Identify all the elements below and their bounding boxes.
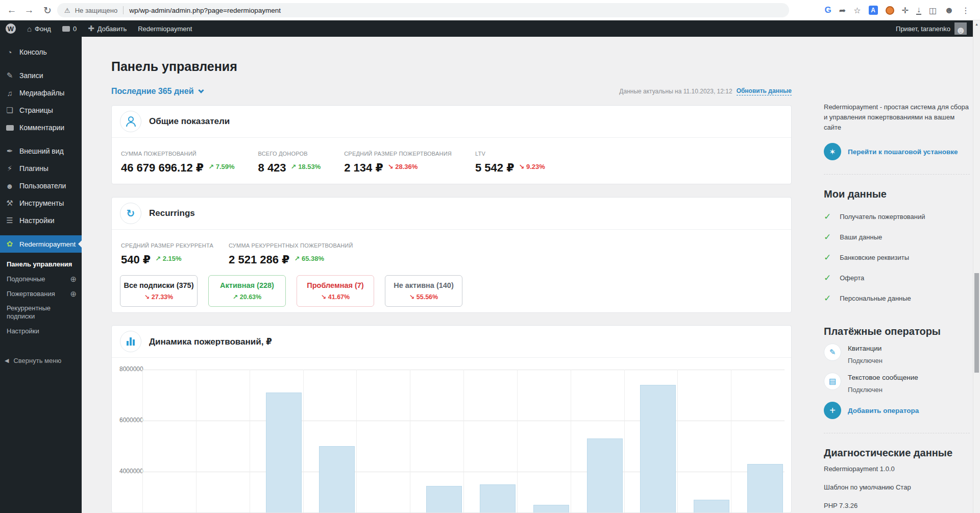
stat-block: LTV 5 542 ₽↘ 9.23% xyxy=(475,151,545,175)
sidebar-item-comments[interactable]: Комментарии xyxy=(0,119,82,136)
reload-icon[interactable]: ↻ xyxy=(40,0,55,20)
checklist-label: Получатель пожертвований xyxy=(840,213,925,221)
new-content-link[interactable]: ✚ Добавить xyxy=(82,20,132,37)
share-icon[interactable]: ➦ xyxy=(839,6,846,15)
plugin-submenu: Панель управления Подопечные ⊕ Пожертвов… xyxy=(0,253,82,340)
site-link[interactable]: ⌂ Фонд xyxy=(21,20,57,37)
checklist-item[interactable]: ✓ Ваши данные xyxy=(824,227,970,247)
google-icon[interactable]: G xyxy=(825,5,831,15)
checklist-item[interactable]: ✓ Получатель пожертвований xyxy=(824,206,970,227)
sidebar-item-tools[interactable]: ⚒ Инструменты xyxy=(0,194,82,212)
circle-plus-icon[interactable]: ⊕ xyxy=(70,275,77,283)
wp-logo-menu[interactable]: W xyxy=(0,20,21,37)
menu-kebab-icon[interactable]: ⋮ xyxy=(962,6,970,15)
submenu-item-recurring[interactable]: Рекуррентные подписки xyxy=(0,301,66,324)
chart-bar[interactable] xyxy=(319,446,355,513)
chart-bar[interactable] xyxy=(426,486,462,513)
adminbar-plugin-link[interactable]: Redermiopayment xyxy=(132,20,198,37)
collapse-menu-button[interactable]: ◀ Свернуть меню xyxy=(0,352,82,369)
profile-icon[interactable]: ☻ xyxy=(944,5,954,16)
sidebar-item-posts[interactable]: ✎ Записи xyxy=(0,67,82,84)
wordpress-logo-icon[interactable]: W xyxy=(6,23,16,34)
sidebar-item-appearance[interactable]: ✒ Внешний вид xyxy=(0,142,82,160)
sidebar-item-media[interactable]: ♫ Медиафайлы xyxy=(0,84,82,102)
stat-block: ВСЕГО ДОНОРОВ 8 423↗ 18.53% xyxy=(258,151,321,175)
forward-icon[interactable]: → xyxy=(21,0,37,20)
greeting-text: Привет, taranenko xyxy=(896,25,950,33)
setup-wizard-link[interactable]: ✶ Перейти к пошаговой установке xyxy=(824,143,970,160)
url-text[interactable]: wp/wp-admin/admin.php?page=redermiopayme… xyxy=(129,7,281,14)
y-axis-label: 6000000 xyxy=(119,417,141,424)
refresh-data-link[interactable]: Обновить данные xyxy=(737,87,792,95)
filter-delta: ↘ 27.33% xyxy=(144,293,173,301)
operator-name: Квитанции xyxy=(848,344,883,352)
filter-active-button[interactable]: Активная (228) ↗ 20.63% xyxy=(208,275,286,307)
chart-bar[interactable] xyxy=(640,385,676,513)
diagnostics-heading: Диагностические данные xyxy=(824,447,970,459)
stat-value: 8 423 xyxy=(258,161,286,174)
up-arrow-icon: ↗ xyxy=(294,255,300,262)
submenu-item-plugin-settings[interactable]: Настройки xyxy=(0,324,82,338)
chart-gridline xyxy=(410,370,410,513)
back-icon[interactable]: ← xyxy=(4,0,19,20)
chart-title: Динамика пожертвований, ₽ xyxy=(149,336,272,347)
media-icon: ♫ xyxy=(5,89,15,97)
checklist-item[interactable]: ✓ Банковские реквизиты xyxy=(824,247,970,267)
up-arrow-icon: ↗ xyxy=(155,255,161,262)
sidebar-item-settings[interactable]: ☰ Настройки xyxy=(0,212,82,229)
my-account-menu[interactable]: Привет, taranenko ☻ xyxy=(896,22,980,35)
page-scrollbar[interactable]: ▲ xyxy=(973,20,980,513)
add-operator-button[interactable]: + Добавить оператора xyxy=(824,402,970,419)
chart-gridline xyxy=(356,370,357,513)
chart-bar[interactable] xyxy=(587,438,623,513)
sidebar-item-label: Записи xyxy=(19,71,43,80)
chart-bar[interactable] xyxy=(480,484,516,513)
sidebar-item-users[interactable]: ☻ Пользователи xyxy=(0,177,82,194)
stat-delta: ↗ 2.15% xyxy=(155,255,181,262)
scrollbar-thumb[interactable] xyxy=(974,273,979,373)
y-axis-label: 8000000 xyxy=(119,365,141,373)
chart-bar[interactable] xyxy=(747,464,783,513)
check-icon: ✓ xyxy=(824,293,831,304)
address-bar[interactable]: ⚠ Не защищено wp/wp-admin/admin.php?page… xyxy=(57,3,789,17)
operator-item[interactable]: ▤ Текстовое сообщение Подключен xyxy=(824,373,970,394)
scrollbar-up-arrow[interactable]: ▲ xyxy=(973,20,980,28)
chart-bar[interactable] xyxy=(266,393,302,513)
downloads-icon[interactable]: ↓ xyxy=(916,6,921,15)
pages-icon: ❏ xyxy=(5,106,15,115)
sidebar-item-pages[interactable]: ❏ Страницы xyxy=(0,102,82,119)
browser-toolbar: ← → ↻ ⚠ Не защищено wp/wp-admin/admin.ph… xyxy=(0,0,980,20)
stat-label: ВСЕГО ДОНОРОВ xyxy=(258,151,321,157)
filter-all-subscriptions-button[interactable]: Все подписки (375) ↘ 27.33% xyxy=(120,275,198,307)
circle-plus-icon[interactable]: ⊕ xyxy=(70,290,77,298)
submenu-item-wards[interactable]: Подопечные ⊕ xyxy=(0,272,82,286)
plus-circle-icon: + xyxy=(824,402,841,419)
translate-icon[interactable]: A xyxy=(869,6,878,15)
checklist-item[interactable]: ✓ Оферта xyxy=(824,267,970,288)
sidebar-item-dashboard[interactable]: ◔ Консоль xyxy=(0,43,82,61)
submenu-item-donations[interactable]: Пожертвования ⊕ xyxy=(0,286,82,301)
security-warning-icon[interactable]: ⚠ xyxy=(64,7,70,14)
collapse-arrow-icon: ◀ xyxy=(5,357,9,364)
period-selector[interactable]: Последние 365 дней xyxy=(111,87,203,96)
side-panel-icon[interactable]: ◫ xyxy=(929,6,937,15)
sidebar-item-plugins[interactable]: ⚡ Плагины xyxy=(0,160,82,177)
chart-bar[interactable] xyxy=(694,500,729,513)
checklist-item[interactable]: ✓ Персональные данные xyxy=(824,288,970,308)
operator-item[interactable]: ✎ Квитанции Подключен xyxy=(824,344,970,364)
filter-label: Не активна (140) xyxy=(394,281,454,289)
filter-problem-button[interactable]: Проблемная (7) ↘ 41.67% xyxy=(297,275,374,307)
puzzle-extensions-icon[interactable]: ✛ xyxy=(902,6,909,15)
filter-inactive-button[interactable]: Не активна (140) ↘ 55.56% xyxy=(385,275,462,307)
submenu-item-dashboard[interactable]: Панель управления xyxy=(0,257,82,272)
bookmark-star-icon[interactable]: ☆ xyxy=(853,6,861,15)
operator-status: Подключен xyxy=(848,357,883,364)
extension-icon[interactable] xyxy=(886,6,894,15)
stat-block: СРЕДНИЙ РАЗМЕР РЕКУРРЕНТА 540 ₽↗ 2.15% xyxy=(121,242,213,266)
comments-link[interactable]: 0 xyxy=(57,20,82,37)
menu-separator xyxy=(0,61,82,67)
stat-label: СРЕДНИЙ РАЗМЕР РЕКУРРЕНТА xyxy=(121,242,213,249)
sidebar-item-redermiopayment[interactable]: ✿ Redermiopayment xyxy=(0,235,82,253)
filter-label: Все подписки (375) xyxy=(124,281,193,289)
chart-bar[interactable] xyxy=(533,505,569,513)
